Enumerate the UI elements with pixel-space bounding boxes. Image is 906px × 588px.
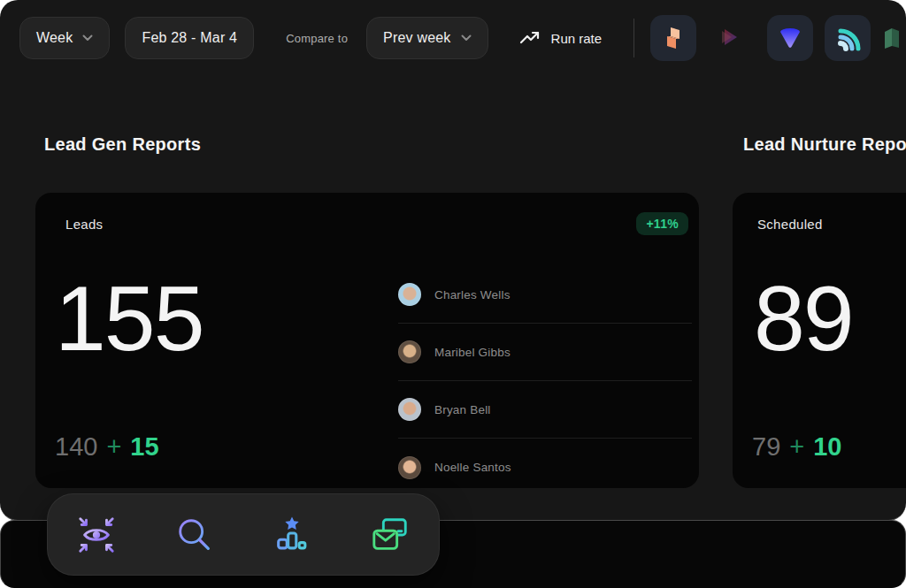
scheduled-value: 89 (754, 271, 853, 367)
focus-eye-button[interactable] (75, 514, 118, 556)
email-campaigns-button[interactable] (369, 514, 411, 556)
leads-delta-value: 15 (130, 432, 158, 462)
funnel-app-icon[interactable] (767, 15, 813, 61)
email-campaigns-icon (370, 515, 411, 555)
focus-eye-icon (76, 515, 117, 555)
chevron-down-icon (82, 34, 93, 42)
date-range-button[interactable]: Feb 28 - Mar 4 (125, 17, 254, 59)
screenshot-canvas: Week Feb 28 - Mar 4 Compare to Prev week (0, 0, 906, 588)
search-analytics-icon (174, 515, 215, 555)
leads-card[interactable]: Leads +11% 155 140 + 15 Charles Wells Ma… (35, 193, 699, 488)
leads-card-title: Leads (65, 217, 103, 232)
orange-blocks-app-icon[interactable] (650, 15, 696, 61)
compare-dropdown-label: Prev week (383, 30, 451, 46)
arcs-app-icon[interactable] (825, 15, 871, 61)
plus-sign: + (106, 432, 121, 462)
plus-sign: + (789, 432, 804, 462)
compare-to-label: Compare to (286, 32, 348, 45)
leads-value: 155 (55, 271, 203, 367)
lead-nurture-section-title: Lead Nurture Reports (743, 134, 906, 155)
search-analytics-button[interactable] (173, 514, 216, 556)
app-icons-group (650, 15, 882, 61)
run-rate-label: Run rate (551, 31, 603, 46)
list-item[interactable]: Charles Wells (398, 266, 692, 324)
trending-up-icon (519, 30, 541, 46)
leads-people-list: Charles Wells Maribel Gibbs Bryan Bell N… (398, 266, 692, 496)
period-dropdown[interactable]: Week (19, 17, 110, 59)
leaderboard-button[interactable] (271, 514, 313, 556)
avatar (398, 398, 421, 421)
leads-change-badge: +11% (636, 212, 688, 235)
compare-dropdown[interactable]: Prev week (366, 17, 488, 59)
person-name: Bryan Bell (434, 403, 491, 416)
maroon-prism-app-icon[interactable] (708, 15, 754, 61)
date-range-label: Feb 28 - Mar 4 (142, 30, 237, 46)
scheduled-delta-value: 10 (813, 432, 841, 462)
avatar (398, 340, 421, 363)
run-rate-toggle[interactable]: Run rate (519, 30, 603, 46)
person-name: Maribel Gibbs (434, 346, 511, 359)
scheduled-card-title: Scheduled (757, 217, 823, 232)
avatar (398, 456, 421, 479)
list-item[interactable]: Noelle Santos (398, 439, 692, 496)
leaderboard-star-icon (272, 515, 312, 555)
scheduled-card[interactable]: Scheduled 89 79 + 10 (733, 193, 906, 488)
person-name: Noelle Santos (434, 461, 511, 474)
lead-gen-section-title: Lead Gen Reports (44, 134, 201, 155)
scheduled-previous-row: 79 + 10 (752, 432, 841, 462)
person-name: Charles Wells (434, 288, 511, 302)
avatar (398, 283, 421, 306)
list-item[interactable]: Maribel Gibbs (398, 324, 692, 381)
leads-previous-row: 140 + 15 (55, 432, 159, 462)
top-toolbar: Week Feb 28 - Mar 4 Compare to Prev week (19, 17, 906, 59)
green-bars-app-icon[interactable] (869, 15, 906, 61)
chevron-down-icon (461, 34, 472, 42)
toolbar-divider (633, 19, 634, 57)
dashboard-window: Week Feb 28 - Mar 4 Compare to Prev week (0, 0, 906, 521)
list-item[interactable]: Bryan Bell (398, 381, 692, 439)
leads-previous-value: 140 (55, 432, 97, 462)
star-glyph (286, 516, 299, 530)
period-dropdown-label: Week (36, 30, 73, 46)
floating-action-dock (47, 493, 440, 576)
scheduled-previous-value: 79 (752, 432, 780, 462)
